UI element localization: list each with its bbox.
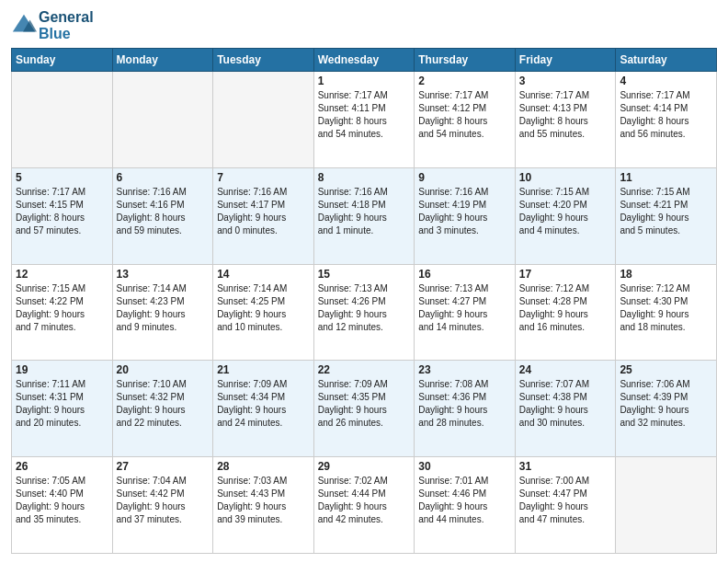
calendar-cell: 10Sunrise: 7:15 AM Sunset: 4:20 PM Dayli…: [515, 167, 616, 264]
calendar-week-row: 1Sunrise: 7:17 AM Sunset: 4:11 PM Daylig…: [12, 72, 717, 168]
calendar-cell: 13Sunrise: 7:14 AM Sunset: 4:23 PM Dayli…: [112, 264, 213, 361]
day-info: Sunrise: 7:13 AM Sunset: 4:26 PM Dayligh…: [318, 282, 411, 334]
calendar-cell: 25Sunrise: 7:06 AM Sunset: 4:39 PM Dayli…: [616, 361, 717, 457]
calendar-weekday-tuesday: Tuesday: [213, 49, 314, 72]
calendar-cell: 24Sunrise: 7:07 AM Sunset: 4:38 PM Dayli…: [515, 361, 616, 457]
day-info: Sunrise: 7:14 AM Sunset: 4:25 PM Dayligh…: [217, 282, 310, 334]
day-number: 17: [519, 268, 612, 281]
calendar-cell: 8Sunrise: 7:16 AM Sunset: 4:18 PM Daylig…: [313, 167, 415, 264]
calendar-header-row: SundayMondayTuesdayWednesdayThursdayFrid…: [12, 49, 717, 72]
calendar-weekday-thursday: Thursday: [415, 49, 516, 72]
day-info: Sunrise: 7:15 AM Sunset: 4:20 PM Dayligh…: [519, 186, 612, 237]
day-number: 21: [217, 363, 310, 376]
calendar-cell: 15Sunrise: 7:13 AM Sunset: 4:26 PM Dayli…: [313, 264, 415, 361]
calendar-week-row: 19Sunrise: 7:11 AM Sunset: 4:31 PM Dayli…: [12, 361, 717, 457]
day-info: Sunrise: 7:16 AM Sunset: 4:18 PM Dayligh…: [318, 186, 411, 237]
day-info: Sunrise: 7:17 AM Sunset: 4:14 PM Dayligh…: [620, 89, 712, 141]
day-number: 27: [117, 460, 210, 473]
calendar-cell: 7Sunrise: 7:16 AM Sunset: 4:17 PM Daylig…: [213, 167, 314, 264]
day-info: Sunrise: 7:15 AM Sunset: 4:22 PM Dayligh…: [16, 282, 108, 334]
calendar-weekday-monday: Monday: [112, 49, 213, 72]
day-info: Sunrise: 7:11 AM Sunset: 4:31 PM Dayligh…: [16, 378, 108, 430]
day-info: Sunrise: 7:10 AM Sunset: 4:32 PM Dayligh…: [117, 378, 210, 430]
day-info: Sunrise: 7:05 AM Sunset: 4:40 PM Dayligh…: [16, 475, 108, 526]
day-info: Sunrise: 7:13 AM Sunset: 4:27 PM Dayligh…: [418, 282, 511, 334]
day-number: 1: [318, 75, 411, 87]
calendar-cell: 29Sunrise: 7:02 AM Sunset: 4:44 PM Dayli…: [313, 457, 415, 554]
day-info: Sunrise: 7:12 AM Sunset: 4:30 PM Dayligh…: [620, 282, 712, 334]
day-info: Sunrise: 7:16 AM Sunset: 4:16 PM Dayligh…: [117, 186, 210, 237]
day-number: 28: [217, 460, 310, 473]
calendar-cell: [213, 72, 314, 168]
day-number: 3: [519, 75, 612, 87]
calendar-table: SundayMondayTuesdayWednesdayThursdayFrid…: [11, 48, 717, 554]
day-info: Sunrise: 7:15 AM Sunset: 4:21 PM Dayligh…: [620, 186, 712, 237]
logo-icon: [11, 13, 37, 39]
day-number: 24: [519, 363, 612, 376]
calendar-cell: 23Sunrise: 7:08 AM Sunset: 4:36 PM Dayli…: [415, 361, 516, 457]
day-number: 6: [117, 171, 210, 184]
day-info: Sunrise: 7:14 AM Sunset: 4:23 PM Dayligh…: [117, 282, 210, 334]
day-info: Sunrise: 7:12 AM Sunset: 4:28 PM Dayligh…: [519, 282, 612, 334]
calendar-cell: 6Sunrise: 7:16 AM Sunset: 4:16 PM Daylig…: [112, 167, 213, 264]
calendar-weekday-wednesday: Wednesday: [313, 49, 415, 72]
calendar-cell: 31Sunrise: 7:00 AM Sunset: 4:47 PM Dayli…: [515, 457, 616, 554]
day-number: 31: [519, 460, 612, 473]
day-number: 12: [16, 268, 108, 281]
day-number: 9: [418, 171, 511, 184]
day-number: 20: [117, 363, 210, 376]
calendar-cell: 28Sunrise: 7:03 AM Sunset: 4:43 PM Dayli…: [213, 457, 314, 554]
day-number: 30: [418, 460, 511, 473]
day-number: 29: [318, 460, 411, 473]
logo-text: General Blue: [39, 9, 94, 42]
day-number: 22: [318, 363, 411, 376]
calendar-cell: 18Sunrise: 7:12 AM Sunset: 4:30 PM Dayli…: [616, 264, 717, 361]
calendar-cell: 14Sunrise: 7:14 AM Sunset: 4:25 PM Dayli…: [213, 264, 314, 361]
day-info: Sunrise: 7:04 AM Sunset: 4:42 PM Dayligh…: [117, 475, 210, 526]
calendar-week-row: 5Sunrise: 7:17 AM Sunset: 4:15 PM Daylig…: [12, 167, 717, 264]
calendar-cell: [616, 457, 717, 554]
calendar-cell: 22Sunrise: 7:09 AM Sunset: 4:35 PM Dayli…: [313, 361, 415, 457]
calendar-cell: 17Sunrise: 7:12 AM Sunset: 4:28 PM Dayli…: [515, 264, 616, 361]
day-number: 19: [16, 363, 108, 376]
day-number: 26: [16, 460, 108, 473]
day-number: 16: [418, 268, 511, 281]
calendar-cell: 4Sunrise: 7:17 AM Sunset: 4:14 PM Daylig…: [616, 72, 717, 168]
day-info: Sunrise: 7:17 AM Sunset: 4:11 PM Dayligh…: [318, 89, 411, 141]
calendar-cell: 9Sunrise: 7:16 AM Sunset: 4:19 PM Daylig…: [415, 167, 516, 264]
day-number: 10: [519, 171, 612, 184]
day-info: Sunrise: 7:16 AM Sunset: 4:17 PM Dayligh…: [217, 186, 310, 237]
calendar-week-row: 12Sunrise: 7:15 AM Sunset: 4:22 PM Dayli…: [12, 264, 717, 361]
header: General Blue: [11, 9, 717, 42]
day-number: 15: [318, 268, 411, 281]
day-number: 2: [418, 75, 511, 87]
calendar-cell: 3Sunrise: 7:17 AM Sunset: 4:13 PM Daylig…: [515, 72, 616, 168]
day-number: 8: [318, 171, 411, 184]
day-info: Sunrise: 7:01 AM Sunset: 4:46 PM Dayligh…: [418, 475, 511, 526]
day-info: Sunrise: 7:00 AM Sunset: 4:47 PM Dayligh…: [519, 475, 612, 526]
day-number: 23: [418, 363, 511, 376]
calendar-cell: 11Sunrise: 7:15 AM Sunset: 4:21 PM Dayli…: [616, 167, 717, 264]
calendar-cell: [12, 72, 113, 168]
day-info: Sunrise: 7:09 AM Sunset: 4:35 PM Dayligh…: [318, 378, 411, 430]
calendar-weekday-friday: Friday: [515, 49, 616, 72]
day-number: 5: [16, 171, 108, 184]
logo: General Blue: [11, 9, 94, 42]
day-number: 13: [117, 268, 210, 281]
day-info: Sunrise: 7:17 AM Sunset: 4:13 PM Dayligh…: [519, 89, 612, 141]
calendar-cell: [112, 72, 213, 168]
calendar-cell: 26Sunrise: 7:05 AM Sunset: 4:40 PM Dayli…: [12, 457, 113, 554]
day-info: Sunrise: 7:07 AM Sunset: 4:38 PM Dayligh…: [519, 378, 612, 430]
day-number: 4: [620, 75, 712, 87]
day-info: Sunrise: 7:09 AM Sunset: 4:34 PM Dayligh…: [217, 378, 310, 430]
day-number: 25: [620, 363, 712, 376]
calendar-weekday-sunday: Sunday: [12, 49, 113, 72]
day-info: Sunrise: 7:03 AM Sunset: 4:43 PM Dayligh…: [217, 475, 310, 526]
calendar-cell: 19Sunrise: 7:11 AM Sunset: 4:31 PM Dayli…: [12, 361, 113, 457]
calendar-cell: 16Sunrise: 7:13 AM Sunset: 4:27 PM Dayli…: [415, 264, 516, 361]
day-info: Sunrise: 7:02 AM Sunset: 4:44 PM Dayligh…: [318, 475, 411, 526]
calendar-cell: 20Sunrise: 7:10 AM Sunset: 4:32 PM Dayli…: [112, 361, 213, 457]
calendar-cell: 2Sunrise: 7:17 AM Sunset: 4:12 PM Daylig…: [415, 72, 516, 168]
day-number: 14: [217, 268, 310, 281]
calendar-cell: 27Sunrise: 7:04 AM Sunset: 4:42 PM Dayli…: [112, 457, 213, 554]
